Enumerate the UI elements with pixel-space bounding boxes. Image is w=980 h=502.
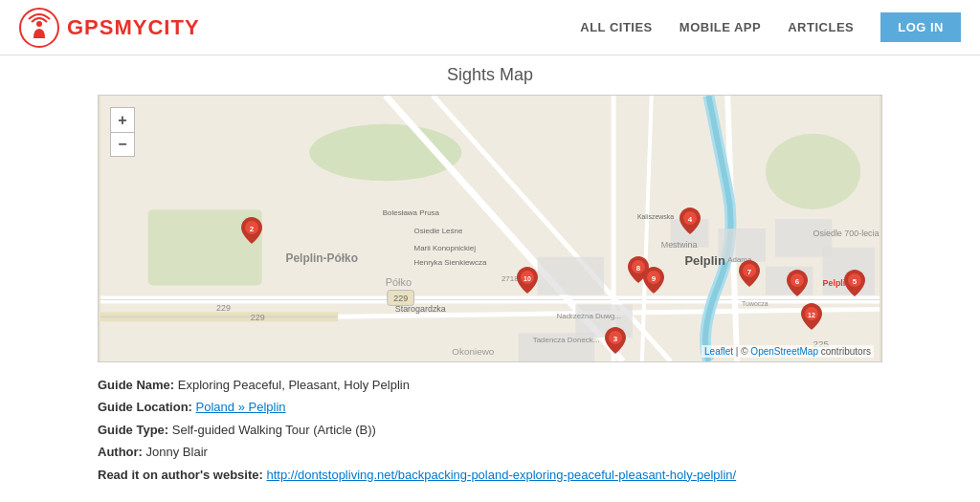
marker-12[interactable]: 12 — [801, 303, 822, 330]
svg-text:Osiedle Leśne: Osiedle Leśne — [414, 227, 463, 235]
svg-text:Marii Konopnickiej: Marii Konopnickiej — [414, 244, 477, 252]
marker-7[interactable]: 7 — [739, 260, 760, 287]
map-container: Starogardzka 2718G 229 229 Bolesława Pru… — [98, 95, 882, 362]
svg-text:Mestwina: Mestwina — [661, 240, 698, 250]
svg-text:229: 229 — [251, 313, 265, 322]
marker-3[interactable]: 3 — [605, 327, 626, 354]
svg-point-5 — [766, 134, 860, 209]
main-content: Sights Map — [0, 55, 980, 502]
logo-area: GPSMYCITY — [19, 8, 200, 48]
svg-text:229: 229 — [216, 303, 231, 313]
guide-location-row: Guide Location: Poland » Pelplin — [98, 396, 882, 418]
nav-mobile-app[interactable]: MOBILE APP — [679, 20, 761, 34]
svg-text:Tadencza Doneck...: Tadencza Doneck... — [533, 336, 600, 344]
map-controls: + − — [110, 107, 135, 157]
svg-text:5: 5 — [853, 277, 858, 286]
marker-9[interactable]: 9 — [643, 267, 664, 294]
guide-website-link[interactable]: http://dontstopliving.net/backpacking-po… — [266, 468, 736, 482]
guide-type-label: Guide Type: — [98, 423, 168, 437]
map-background: Starogardzka 2718G 229 229 Bolesława Pru… — [99, 96, 881, 361]
svg-text:6: 6 — [795, 277, 800, 286]
guide-author-label: Author: — [98, 445, 143, 459]
map-attribution: Leaflet | © OpenStreetMap contributors — [702, 345, 874, 358]
guide-website-label: Read it on author's website: — [98, 468, 263, 482]
guide-author-value: Jonny Blair — [146, 445, 208, 459]
guide-name-row: Guide Name: Exploring Peaceful, Pleasant… — [98, 374, 882, 396]
svg-text:Nadrzeżna Duwg...: Nadrzeżna Duwg... — [557, 312, 622, 320]
guide-name-value: Exploring Peaceful, Pleasant, Holy Pelpl… — [178, 378, 410, 392]
svg-text:Półko: Półko — [386, 276, 412, 288]
zoom-out-button[interactable]: − — [110, 132, 135, 157]
marker-4[interactable]: 4 — [679, 207, 701, 234]
svg-text:Henryka Sienkiewcza: Henryka Sienkiewcza — [414, 258, 487, 267]
svg-point-1 — [36, 21, 42, 27]
svg-text:Kaliszewska: Kaliszewska — [637, 213, 674, 220]
guide-location-label: Guide Location: — [98, 400, 192, 414]
leaflet-link[interactable]: Leaflet — [704, 346, 733, 357]
logo-icon — [19, 8, 59, 48]
nav-all-cities[interactable]: ALL CITIES — [580, 20, 653, 34]
marker-6[interactable]: 6 — [787, 270, 808, 296]
guide-info: Guide Name: Exploring Peaceful, Pleasant… — [98, 374, 882, 486]
header: GPSMYCITY ALL CITIES MOBILE APP ARTICLES… — [0, 0, 980, 55]
guide-website-row: Read it on author's website: http://dont… — [98, 464, 882, 486]
nav-articles[interactable]: ARTICLES — [788, 20, 854, 34]
svg-text:10: 10 — [523, 275, 531, 282]
marker-5[interactable]: 5 — [844, 270, 865, 296]
guide-name-label: Guide Name: — [98, 378, 174, 392]
guide-type-row: Guide Type: Self-guided Walking Tour (Ar… — [98, 419, 882, 441]
svg-rect-22 — [538, 257, 605, 295]
svg-text:9: 9 — [652, 274, 657, 283]
svg-text:Bolesława Prusa: Bolesława Prusa — [383, 208, 440, 217]
svg-text:Okoniewo: Okoniewo — [452, 346, 495, 357]
svg-text:12: 12 — [808, 312, 815, 318]
guide-author-row: Author: Jonny Blair — [98, 441, 882, 463]
svg-text:229: 229 — [393, 294, 408, 303]
svg-text:3: 3 — [613, 335, 618, 343]
svg-text:2: 2 — [250, 225, 255, 233]
page-title: Sights Map — [19, 65, 961, 85]
svg-text:Pelplin-Półko: Pelplin-Półko — [286, 251, 358, 265]
osm-link[interactable]: OpenStreetMap — [750, 346, 818, 357]
guide-location-link[interactable]: Poland » Pelplin — [196, 400, 286, 414]
marker-10[interactable]: 10 — [517, 267, 538, 294]
svg-text:4: 4 — [688, 215, 693, 224]
marker-2[interactable]: 2 — [241, 217, 262, 244]
svg-text:Tuwocza: Tuwocza — [742, 300, 768, 307]
zoom-in-button[interactable]: + — [110, 107, 135, 132]
svg-text:Osiedle 700-lecia: Osiedle 700-lecia — [813, 229, 880, 238]
logo-text: GPSMYCITY — [67, 15, 200, 40]
main-nav: ALL CITIES MOBILE APP ARTICLES LOG IN — [580, 12, 961, 42]
svg-text:Pelplin: Pelplin — [685, 253, 725, 268]
login-button[interactable]: LOG IN — [880, 12, 961, 42]
svg-text:7: 7 — [747, 268, 752, 276]
svg-text:8: 8 — [636, 264, 641, 273]
guide-type-value: Self-guided Walking Tour (Article (B)) — [172, 423, 376, 437]
